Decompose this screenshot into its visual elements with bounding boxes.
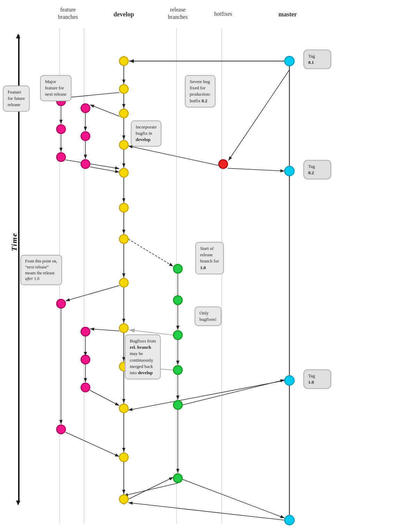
node-master-2 bbox=[284, 166, 295, 176]
node-feature3-3 bbox=[81, 355, 90, 364]
svg-line-47 bbox=[182, 479, 285, 518]
callout-only-bugfixes: Onlybugfixes! bbox=[195, 306, 221, 326]
svg-line-17 bbox=[66, 93, 119, 98]
svg-line-28 bbox=[128, 239, 173, 266]
node-feature3-2 bbox=[81, 327, 90, 337]
diagram: featurebranches develop releasebranches … bbox=[0, 0, 401, 532]
svg-line-24 bbox=[90, 167, 119, 172]
node-feature1-3 bbox=[56, 152, 66, 162]
svg-line-48 bbox=[128, 477, 173, 499]
node-feature3-5 bbox=[56, 424, 66, 434]
node-develop-7 bbox=[119, 234, 129, 244]
node-release-6 bbox=[173, 473, 183, 483]
node-feature2-2 bbox=[81, 131, 90, 141]
node-release-5 bbox=[173, 400, 183, 410]
callout-severe-bug: Severe bugfixed forproduction:hotfix 0.2 bbox=[185, 75, 215, 108]
svg-line-37 bbox=[182, 380, 285, 405]
tag-10-box: Tag1.0 bbox=[303, 369, 331, 389]
svg-line-39 bbox=[90, 329, 119, 331]
col-label-release: releasebranches bbox=[155, 6, 200, 21]
callout-feature-future: Featurefor futurerelease bbox=[3, 86, 30, 112]
svg-line-25 bbox=[228, 70, 289, 161]
node-develop-5 bbox=[119, 168, 129, 178]
svg-line-20 bbox=[66, 160, 119, 169]
time-label: Time bbox=[10, 232, 19, 251]
callout-next-release: From this point on,“next release”means t… bbox=[20, 255, 62, 285]
node-develop-6 bbox=[119, 203, 129, 213]
col-label-master: master bbox=[272, 10, 303, 19]
svg-line-21 bbox=[90, 105, 119, 116]
tag-10-label: 1.0 bbox=[308, 379, 314, 385]
time-arrow-bottom bbox=[16, 501, 20, 505]
node-release-3 bbox=[173, 330, 183, 340]
svg-line-27 bbox=[228, 168, 285, 171]
node-master-1 bbox=[284, 56, 295, 66]
callout-start-release: Start ofreleasebranch for1.0 bbox=[195, 242, 224, 274]
node-hotfix-1 bbox=[218, 159, 228, 169]
col-label-develop: develop bbox=[106, 10, 141, 19]
node-develop-12 bbox=[119, 452, 129, 462]
callout-bugfixes-from: Bugfixes fromrel. branchmay becontinuous… bbox=[125, 334, 161, 379]
svg-line-34 bbox=[124, 483, 178, 496]
svg-line-44 bbox=[90, 390, 119, 406]
lane-release bbox=[176, 28, 177, 524]
node-develop-3 bbox=[119, 109, 129, 118]
node-master-4 bbox=[284, 515, 295, 525]
node-develop-9 bbox=[119, 323, 129, 333]
node-feature2-3 bbox=[81, 159, 90, 169]
tag-01-label: 0.1 bbox=[308, 60, 314, 65]
col-label-feature: featurebranches bbox=[49, 6, 87, 21]
node-develop-1 bbox=[119, 56, 129, 66]
svg-line-45 bbox=[128, 380, 285, 410]
callout-incorporate-bugfix: Incorporatebugfix indevelop bbox=[131, 120, 161, 147]
node-feature1-2 bbox=[56, 124, 66, 134]
node-develop-2 bbox=[119, 84, 129, 94]
node-feature2-1 bbox=[81, 103, 90, 113]
callout-major-feature: Majorfeature fornext release bbox=[40, 75, 71, 101]
svg-line-46 bbox=[128, 503, 285, 520]
node-develop-13 bbox=[119, 494, 129, 504]
time-arrow-top bbox=[16, 34, 20, 38]
node-release-2 bbox=[173, 295, 183, 305]
lane-feature2 bbox=[84, 28, 84, 524]
node-develop-8 bbox=[119, 278, 129, 288]
svg-line-26 bbox=[128, 146, 219, 165]
node-master-3 bbox=[284, 375, 295, 386]
node-develop-11 bbox=[119, 404, 129, 413]
node-release-4 bbox=[173, 365, 183, 375]
node-develop-4 bbox=[119, 140, 129, 150]
tag-02-box: Tag0.2 bbox=[303, 160, 331, 179]
svg-line-43 bbox=[66, 432, 119, 457]
col-label-hotfixes: hotfixes bbox=[206, 10, 241, 18]
node-release-1 bbox=[173, 264, 183, 274]
svg-line-38 bbox=[66, 286, 119, 301]
tag-02-label: 0.2 bbox=[308, 170, 314, 175]
tag-01-box: Tag0.1 bbox=[303, 50, 331, 69]
node-feature3-1 bbox=[56, 299, 66, 309]
node-feature3-4 bbox=[81, 383, 90, 392]
lane-hotfix bbox=[221, 28, 222, 524]
